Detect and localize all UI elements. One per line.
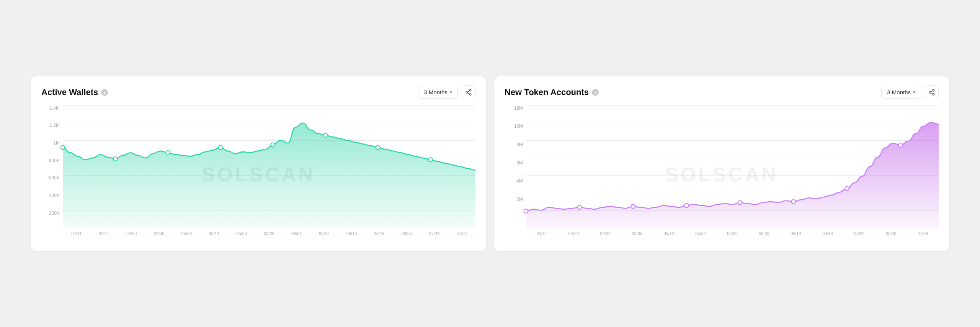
svg-point-37 <box>684 203 689 207</box>
x-axis-label: 04/17 <box>90 231 118 236</box>
x-axis-label: 05/26 <box>717 231 748 236</box>
x-axis-label: 05/14 <box>200 231 228 236</box>
y-axis-label: 400K <box>49 193 60 198</box>
svg-point-18 <box>323 133 328 137</box>
card-title: New Token Accounts <box>505 87 589 97</box>
card-header: Active Walletsi3 Months▾ <box>41 85 475 99</box>
chart-svg <box>63 105 475 228</box>
x-axis-label: 05/06 <box>173 231 200 236</box>
chevron-down-icon: ▾ <box>450 90 452 95</box>
card-controls: 3 Months▾ <box>881 85 939 99</box>
period-label: 3 Months <box>887 89 911 95</box>
x-axis-label: 06/19 <box>365 231 393 236</box>
x-axis-label: 06/25 <box>393 231 420 236</box>
chart-inner <box>526 105 939 228</box>
x-axis-label: 05/12 <box>653 231 685 236</box>
x-axis-label: 07/01 <box>420 231 448 236</box>
x-axis-label: 06/22 <box>843 231 875 236</box>
x-axis-label: 06/10 <box>780 231 812 236</box>
svg-point-39 <box>791 199 795 204</box>
y-axis-label: 10M <box>514 123 523 129</box>
card-controls: 3 Months▾ <box>418 85 475 99</box>
x-axis-label: 04/11 <box>526 231 558 236</box>
card-new-token-accounts: New Token Accountsi3 Months▾SOLSCAN12M10… <box>494 76 949 251</box>
x-axis-label: 04/23 <box>118 231 145 236</box>
share-icon <box>928 89 935 96</box>
y-axis-label: 800K <box>49 158 60 163</box>
info-icon[interactable]: i <box>592 89 599 96</box>
info-icon[interactable]: i <box>101 89 108 96</box>
chart-area: SOLSCAN12M10M8M6M4M2M04/1104/2304/2905/0… <box>505 105 939 243</box>
share-icon <box>465 89 472 96</box>
card-header: New Token Accountsi3 Months▾ <box>505 85 939 99</box>
x-axis-label: 06/07 <box>310 231 338 236</box>
y-axis-label: 6M <box>516 160 523 166</box>
x-axis: 04/1104/1704/2304/3005/0605/1405/2005/26… <box>63 228 475 243</box>
svg-point-38 <box>738 200 742 205</box>
svg-line-4 <box>467 90 469 92</box>
share-button[interactable] <box>462 85 475 99</box>
x-axis-label: 04/30 <box>145 231 173 236</box>
chart-area: SOLSCAN1.4M1.2M1M800K600K400K200K04/1104… <box>41 105 475 243</box>
x-axis-label: 04/29 <box>590 231 621 236</box>
svg-line-24 <box>931 93 933 94</box>
period-label: 3 Months <box>424 89 448 95</box>
period-button[interactable]: 3 Months▾ <box>418 86 458 99</box>
svg-line-3 <box>467 93 469 94</box>
x-axis: 04/1104/2304/2905/0505/1205/2005/2606/03… <box>526 228 939 243</box>
x-axis-label: 06/16 <box>812 231 843 236</box>
y-axis-label: 1M <box>53 140 60 146</box>
x-axis-label: 05/05 <box>621 231 653 236</box>
dashboard: Active Walletsi3 Months▾SOLSCAN1.4M1.2M1… <box>31 76 949 251</box>
x-axis-label: 04/11 <box>63 231 90 236</box>
title-group: Active Walletsi <box>41 87 108 97</box>
svg-point-36 <box>631 204 635 209</box>
y-axis-label: 8M <box>516 142 523 147</box>
svg-point-13 <box>61 145 65 150</box>
x-axis-label: 06/30 <box>875 231 907 236</box>
x-axis-label: 05/26 <box>255 231 283 236</box>
svg-point-34 <box>524 209 528 213</box>
x-axis-label: 06/03 <box>748 231 780 236</box>
x-axis-label: 06/13 <box>338 231 366 236</box>
x-axis-label: 07/07 <box>448 231 475 236</box>
svg-point-15 <box>166 151 170 155</box>
x-axis-label: 05/20 <box>228 231 255 236</box>
title-group: New Token Accountsi <box>505 87 599 97</box>
svg-point-41 <box>898 143 903 147</box>
y-axis-label: 200K <box>49 210 60 216</box>
y-axis: 12M10M8M6M4M2M <box>505 105 526 228</box>
y-axis: 1.4M1.2M1M800K600K400K200K <box>41 105 63 228</box>
svg-point-40 <box>845 186 849 191</box>
chart-inner <box>63 105 475 228</box>
y-axis-label: 600K <box>49 175 60 181</box>
x-axis-label: 06/01 <box>283 231 310 236</box>
period-button[interactable]: 3 Months▾ <box>881 86 921 99</box>
y-axis-label: 1.4M <box>49 105 60 111</box>
share-button[interactable] <box>925 85 939 99</box>
chart-svg <box>526 105 939 228</box>
card-active-wallets: Active Walletsi3 Months▾SOLSCAN1.4M1.2M1… <box>31 76 486 251</box>
card-title: Active Wallets <box>41 87 98 97</box>
x-axis-label: 04/23 <box>558 231 590 236</box>
chevron-down-icon: ▾ <box>913 90 915 95</box>
y-axis-label: 4M <box>516 178 523 184</box>
svg-point-19 <box>376 145 380 150</box>
y-axis-label: 2M <box>516 197 523 202</box>
svg-point-17 <box>271 143 275 147</box>
x-axis-label: 05/20 <box>685 231 717 236</box>
x-axis-label: 07/08 <box>907 231 939 236</box>
y-axis-label: 12M <box>514 105 523 111</box>
svg-point-20 <box>428 158 433 162</box>
svg-point-14 <box>113 157 118 161</box>
y-axis-label: 1.2M <box>49 123 60 128</box>
svg-line-25 <box>931 90 933 92</box>
svg-point-16 <box>218 145 222 150</box>
svg-point-35 <box>577 205 581 209</box>
